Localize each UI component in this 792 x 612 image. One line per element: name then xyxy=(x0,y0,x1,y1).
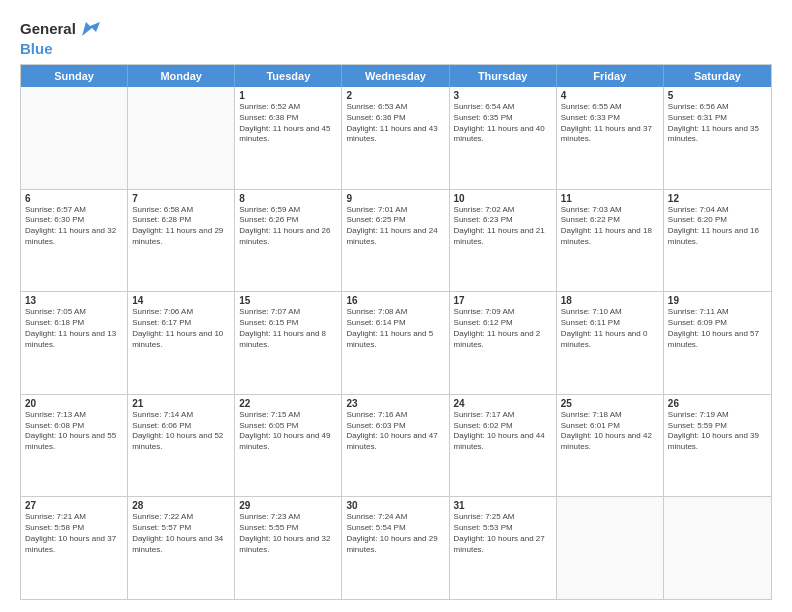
daylight-text: Daylight: 11 hours and 2 minutes. xyxy=(454,329,552,351)
calendar-cell-10: 10Sunrise: 7:02 AMSunset: 6:23 PMDayligh… xyxy=(450,190,557,292)
sunrise-text: Sunrise: 6:56 AM xyxy=(668,102,767,113)
calendar-cell-27: 27Sunrise: 7:21 AMSunset: 5:58 PMDayligh… xyxy=(21,497,128,599)
sunset-text: Sunset: 6:35 PM xyxy=(454,113,552,124)
sunset-text: Sunset: 5:55 PM xyxy=(239,523,337,534)
calendar-cell-3: 3Sunrise: 6:54 AMSunset: 6:35 PMDaylight… xyxy=(450,87,557,189)
calendar-cell-21: 21Sunrise: 7:14 AMSunset: 6:06 PMDayligh… xyxy=(128,395,235,497)
daylight-text: Daylight: 10 hours and 55 minutes. xyxy=(25,431,123,453)
calendar-body: 1Sunrise: 6:52 AMSunset: 6:38 PMDaylight… xyxy=(21,87,771,599)
sunset-text: Sunset: 6:28 PM xyxy=(132,215,230,226)
sunset-text: Sunset: 5:57 PM xyxy=(132,523,230,534)
daylight-text: Daylight: 11 hours and 35 minutes. xyxy=(668,124,767,146)
sunrise-text: Sunrise: 6:55 AM xyxy=(561,102,659,113)
sunset-text: Sunset: 5:58 PM xyxy=(25,523,123,534)
sunrise-text: Sunrise: 7:16 AM xyxy=(346,410,444,421)
sunrise-text: Sunrise: 7:04 AM xyxy=(668,205,767,216)
header-day-thursday: Thursday xyxy=(450,65,557,87)
sunset-text: Sunset: 6:14 PM xyxy=(346,318,444,329)
day-number: 27 xyxy=(25,500,123,511)
sunrise-text: Sunrise: 6:58 AM xyxy=(132,205,230,216)
calendar-cell-17: 17Sunrise: 7:09 AMSunset: 6:12 PMDayligh… xyxy=(450,292,557,394)
sunrise-text: Sunrise: 7:08 AM xyxy=(346,307,444,318)
sunset-text: Sunset: 6:05 PM xyxy=(239,421,337,432)
daylight-text: Daylight: 10 hours and 39 minutes. xyxy=(668,431,767,453)
daylight-text: Daylight: 10 hours and 52 minutes. xyxy=(132,431,230,453)
sunset-text: Sunset: 6:12 PM xyxy=(454,318,552,329)
daylight-text: Daylight: 11 hours and 24 minutes. xyxy=(346,226,444,248)
sunset-text: Sunset: 5:54 PM xyxy=(346,523,444,534)
day-number: 24 xyxy=(454,398,552,409)
sunrise-text: Sunrise: 7:14 AM xyxy=(132,410,230,421)
calendar-cell-4: 4Sunrise: 6:55 AMSunset: 6:33 PMDaylight… xyxy=(557,87,664,189)
sunrise-text: Sunrise: 7:10 AM xyxy=(561,307,659,318)
header-day-tuesday: Tuesday xyxy=(235,65,342,87)
daylight-text: Daylight: 10 hours and 34 minutes. xyxy=(132,534,230,556)
daylight-text: Daylight: 10 hours and 27 minutes. xyxy=(454,534,552,556)
day-number: 25 xyxy=(561,398,659,409)
calendar-cell-15: 15Sunrise: 7:07 AMSunset: 6:15 PMDayligh… xyxy=(235,292,342,394)
daylight-text: Daylight: 11 hours and 10 minutes. xyxy=(132,329,230,351)
sunrise-text: Sunrise: 7:13 AM xyxy=(25,410,123,421)
calendar-cell-23: 23Sunrise: 7:16 AMSunset: 6:03 PMDayligh… xyxy=(342,395,449,497)
day-number: 1 xyxy=(239,90,337,101)
daylight-text: Daylight: 11 hours and 13 minutes. xyxy=(25,329,123,351)
calendar-cell-5: 5Sunrise: 6:56 AMSunset: 6:31 PMDaylight… xyxy=(664,87,771,189)
logo-text-blue: Blue xyxy=(20,40,53,57)
sunset-text: Sunset: 6:17 PM xyxy=(132,318,230,329)
calendar-cell-26: 26Sunrise: 7:19 AMSunset: 5:59 PMDayligh… xyxy=(664,395,771,497)
daylight-text: Daylight: 11 hours and 0 minutes. xyxy=(561,329,659,351)
sunrise-text: Sunrise: 7:01 AM xyxy=(346,205,444,216)
daylight-text: Daylight: 11 hours and 18 minutes. xyxy=(561,226,659,248)
day-number: 8 xyxy=(239,193,337,204)
sunset-text: Sunset: 6:38 PM xyxy=(239,113,337,124)
calendar-row-0: 1Sunrise: 6:52 AMSunset: 6:38 PMDaylight… xyxy=(21,87,771,189)
day-number: 7 xyxy=(132,193,230,204)
calendar-cell-11: 11Sunrise: 7:03 AMSunset: 6:22 PMDayligh… xyxy=(557,190,664,292)
calendar-cell-31: 31Sunrise: 7:25 AMSunset: 5:53 PMDayligh… xyxy=(450,497,557,599)
sunset-text: Sunset: 6:23 PM xyxy=(454,215,552,226)
sunrise-text: Sunrise: 7:07 AM xyxy=(239,307,337,318)
daylight-text: Daylight: 10 hours and 57 minutes. xyxy=(668,329,767,351)
day-number: 10 xyxy=(454,193,552,204)
calendar-cell-9: 9Sunrise: 7:01 AMSunset: 6:25 PMDaylight… xyxy=(342,190,449,292)
sunset-text: Sunset: 6:06 PM xyxy=(132,421,230,432)
sunset-text: Sunset: 6:18 PM xyxy=(25,318,123,329)
calendar-cell-empty xyxy=(128,87,235,189)
calendar-cell-16: 16Sunrise: 7:08 AMSunset: 6:14 PMDayligh… xyxy=(342,292,449,394)
sunrise-text: Sunrise: 7:11 AM xyxy=(668,307,767,318)
sunrise-text: Sunrise: 7:18 AM xyxy=(561,410,659,421)
daylight-text: Daylight: 10 hours and 32 minutes. xyxy=(239,534,337,556)
sunrise-text: Sunrise: 7:21 AM xyxy=(25,512,123,523)
sunset-text: Sunset: 6:33 PM xyxy=(561,113,659,124)
sunset-text: Sunset: 6:03 PM xyxy=(346,421,444,432)
day-number: 6 xyxy=(25,193,123,204)
day-number: 19 xyxy=(668,295,767,306)
calendar-cell-2: 2Sunrise: 6:53 AMSunset: 6:36 PMDaylight… xyxy=(342,87,449,189)
sunset-text: Sunset: 6:11 PM xyxy=(561,318,659,329)
calendar-cell-20: 20Sunrise: 7:13 AMSunset: 6:08 PMDayligh… xyxy=(21,395,128,497)
sunset-text: Sunset: 6:09 PM xyxy=(668,318,767,329)
logo: General Blue xyxy=(20,18,100,58)
sunset-text: Sunset: 6:22 PM xyxy=(561,215,659,226)
calendar-cell-22: 22Sunrise: 7:15 AMSunset: 6:05 PMDayligh… xyxy=(235,395,342,497)
sunrise-text: Sunrise: 6:54 AM xyxy=(454,102,552,113)
sunrise-text: Sunrise: 7:24 AM xyxy=(346,512,444,523)
calendar-cell-18: 18Sunrise: 7:10 AMSunset: 6:11 PMDayligh… xyxy=(557,292,664,394)
sunset-text: Sunset: 6:20 PM xyxy=(668,215,767,226)
calendar-cell-empty xyxy=(664,497,771,599)
daylight-text: Daylight: 11 hours and 40 minutes. xyxy=(454,124,552,146)
sunrise-text: Sunrise: 6:53 AM xyxy=(346,102,444,113)
sunset-text: Sunset: 6:30 PM xyxy=(25,215,123,226)
day-number: 17 xyxy=(454,295,552,306)
header-day-friday: Friday xyxy=(557,65,664,87)
daylight-text: Daylight: 10 hours and 37 minutes. xyxy=(25,534,123,556)
calendar-cell-13: 13Sunrise: 7:05 AMSunset: 6:18 PMDayligh… xyxy=(21,292,128,394)
calendar-cell-6: 6Sunrise: 6:57 AMSunset: 6:30 PMDaylight… xyxy=(21,190,128,292)
day-number: 5 xyxy=(668,90,767,101)
day-number: 9 xyxy=(346,193,444,204)
daylight-text: Daylight: 11 hours and 21 minutes. xyxy=(454,226,552,248)
calendar-cell-1: 1Sunrise: 6:52 AMSunset: 6:38 PMDaylight… xyxy=(235,87,342,189)
day-number: 26 xyxy=(668,398,767,409)
calendar-row-3: 20Sunrise: 7:13 AMSunset: 6:08 PMDayligh… xyxy=(21,394,771,497)
day-number: 31 xyxy=(454,500,552,511)
